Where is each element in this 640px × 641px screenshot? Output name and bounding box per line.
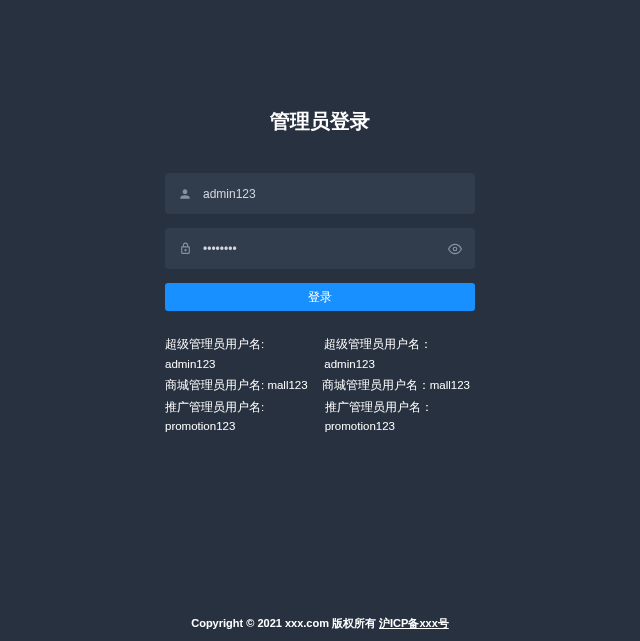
help-promo-pass: 推广管理员用户名：promotion123	[325, 398, 475, 437]
eye-icon[interactable]	[447, 241, 463, 257]
help-row-mall: 商城管理员用户名: mall123 商城管理员用户名：mall123	[165, 376, 475, 396]
copyright-text: Copyright © 2021 xxx.com 版权所有	[191, 617, 379, 629]
help-row-super: 超级管理员用户名: admin123 超级管理员用户名：admin123	[165, 335, 475, 374]
help-mall-pass: 商城管理员用户名：mall123	[322, 376, 470, 396]
login-button[interactable]: 登录	[165, 283, 475, 311]
help-text-block: 超级管理员用户名: admin123 超级管理员用户名：admin123 商城管…	[165, 335, 475, 437]
page-title: 管理员登录	[165, 108, 475, 135]
password-input[interactable]	[203, 228, 447, 269]
user-icon	[177, 186, 193, 202]
login-form-container: 管理员登录 登录 超级管理员用户名: admin123 超级管理员用户名：adm…	[165, 0, 475, 437]
username-input-wrapper[interactable]	[165, 173, 475, 214]
help-super-pass: 超级管理员用户名：admin123	[324, 335, 475, 374]
lock-icon	[177, 241, 193, 257]
help-mall-user: 商城管理员用户名: mall123	[165, 376, 308, 396]
help-row-promotion: 推广管理员用户名: promotion123 推广管理员用户名：promotio…	[165, 398, 475, 437]
username-input[interactable]	[203, 173, 463, 214]
password-input-wrapper[interactable]	[165, 228, 475, 269]
help-promo-user: 推广管理员用户名: promotion123	[165, 398, 311, 437]
help-super-user: 超级管理员用户名: admin123	[165, 335, 310, 374]
svg-point-0	[453, 247, 457, 251]
icp-link[interactable]: 沪ICP备xxx号	[379, 617, 449, 629]
footer: Copyright © 2021 xxx.com 版权所有 沪ICP备xxx号	[0, 616, 640, 631]
